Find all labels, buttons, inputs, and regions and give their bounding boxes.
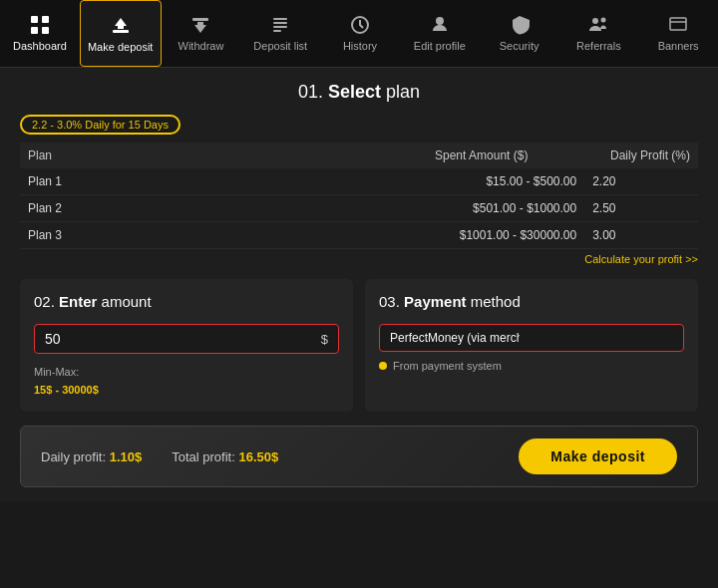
nav-item-referrals[interactable]: Referrals [558,0,638,67]
svg-marker-7 [194,22,206,33]
nav-label-referrals: Referrals [576,40,621,52]
plan-profit: 2.20 [584,168,698,195]
svg-rect-6 [192,18,208,21]
svg-rect-4 [113,30,129,33]
nav-item-dashboard[interactable]: Dashboard [0,0,80,67]
total-profit-value: 16.50$ [238,449,278,464]
edit-profile-icon [429,14,451,36]
select-plan-title: 01. Select plan [20,82,698,103]
plan-badge: 2.2 - 3.0% Daily for 15 Days [20,115,180,135]
nav-item-withdraw[interactable]: Withdraw [162,0,241,67]
plan-col-empty [359,143,427,168]
nav-label-banners: Banners [658,40,699,52]
banners-icon [667,14,689,36]
bottom-row: 02. Enter amount $ Min-Max: 15$ - 30000$… [20,279,698,412]
svg-point-14 [601,17,606,22]
make-deposit-button[interactable]: Make deposit [519,439,677,474]
referrals-icon [587,14,609,36]
enter-amount-title: 02. Enter amount [34,293,339,310]
nav-label-history: History [343,40,377,52]
top-navigation: Dashboard Make deposit Withdraw [0,0,718,68]
plan-name: Plan 3 [20,222,359,249]
plan-name: Plan 2 [20,195,359,222]
withdraw-icon [189,14,211,36]
nav-item-security[interactable]: Security [480,0,559,67]
nav-item-deposit-list[interactable]: Deposit list [240,0,320,67]
table-row[interactable]: Plan 1 $15.00 - $500.00 2.20 [20,168,698,195]
plan-profit: 3.00 [584,222,698,249]
security-icon [509,14,531,36]
nav-label-deposit-list: Deposit list [253,40,307,52]
nav-item-make-deposit[interactable]: Make deposit [80,0,162,67]
payment-method-title: 03. Payment method [379,293,684,310]
currency-symbol: $ [321,332,328,347]
history-icon [349,14,371,36]
payment-method-box: 03. Payment method From payment system [365,279,698,412]
plan-col-spent: Spent Amount ($) [427,143,584,168]
nav-label-dashboard: Dashboard [13,40,67,52]
svg-rect-2 [31,27,38,34]
enter-amount-box: 02. Enter amount $ Min-Max: 15$ - 30000$ [20,279,353,412]
nav-item-banners[interactable]: Banners [638,0,718,67]
svg-point-13 [592,18,598,24]
nav-item-edit-profile[interactable]: Edit profile [400,0,480,67]
status-dot [379,362,387,370]
plan-range: $501.00 - $1000.00 [427,195,584,222]
plan-range: $15.00 - $500.00 [427,168,584,195]
amount-input[interactable] [45,331,315,347]
main-content: 01. Select plan 2.2 - 3.0% Daily for 15 … [0,68,718,501]
svg-rect-8 [273,18,287,20]
dashboard-icon [29,14,51,36]
min-max-info: Min-Max: 15$ - 30000$ [34,362,339,398]
nav-label-make-deposit: Make deposit [88,41,153,53]
deposit-list-icon [269,14,291,36]
plan-profit: 2.50 [584,195,698,222]
plan-col-profit: Daily Profit (%) [584,143,698,168]
svg-rect-10 [273,26,287,28]
payment-note-text: From payment system [393,360,502,372]
calculate-profit-link[interactable]: Calculate your profit >> [20,253,698,265]
nav-label-security: Security [500,40,539,52]
plan-range: $1001.00 - $30000.00 [427,222,584,249]
svg-rect-9 [273,22,287,24]
daily-profit-label: Daily profit: 1.10$ [41,449,142,464]
plan-name: Plan 1 [20,168,359,195]
svg-rect-3 [42,27,49,34]
svg-rect-15 [670,18,686,30]
profit-summary-bar: Daily profit: 1.10$ Total profit: 16.50$… [20,426,698,487]
plan-col-name: Plan [20,143,359,168]
svg-rect-0 [31,16,38,23]
total-profit-label: Total profit: 16.50$ [172,449,278,464]
profit-info: Daily profit: 1.10$ Total profit: 16.50$ [41,449,278,464]
payment-note: From payment system [379,360,684,372]
daily-profit-value: 1.10$ [110,449,143,464]
svg-rect-11 [273,30,281,32]
make-deposit-icon [110,15,132,37]
plan-table: Plan Spent Amount ($) Daily Profit (%) P… [20,143,698,249]
amount-input-row: $ [34,324,339,354]
select-plan-section: 01. Select plan 2.2 - 3.0% Daily for 15 … [20,82,698,265]
table-row[interactable]: Plan 2 $501.00 - $1000.00 2.50 [20,195,698,222]
payment-input-row [379,324,684,352]
svg-rect-1 [42,16,49,23]
payment-method-input[interactable] [390,331,520,345]
nav-item-history[interactable]: History [320,0,400,67]
nav-label-withdraw: Withdraw [179,40,224,52]
nav-label-edit-profile: Edit profile [414,40,466,52]
svg-marker-5 [115,18,127,29]
table-row[interactable]: Plan 3 $1001.00 - $30000.00 3.00 [20,222,698,249]
